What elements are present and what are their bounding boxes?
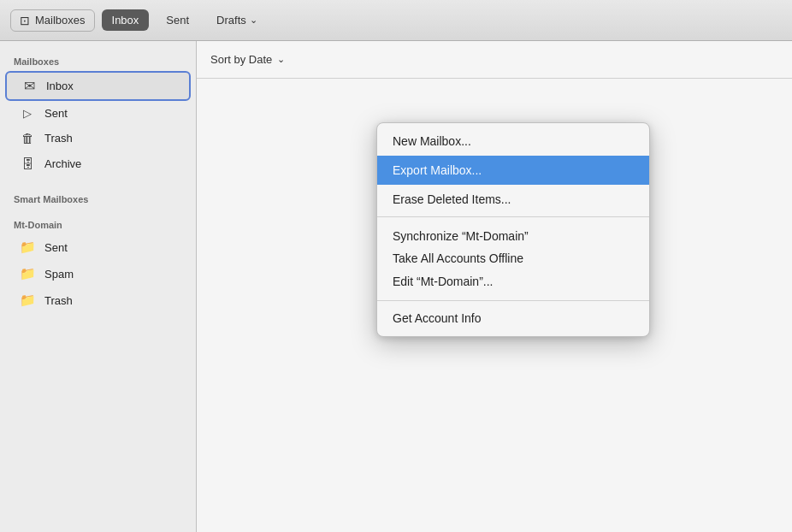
take-offline-label: Take All Accounts Offline [393,251,523,265]
context-menu-item-take-offline[interactable]: Take All Accounts Offline [393,247,634,269]
sidebar-mt-sent-label: Sent [44,241,68,254]
erase-deleted-label: Erase Deleted Items... [393,192,511,206]
mailboxes-label: Mailboxes [35,14,86,27]
new-mailbox-label: New Mailbox... [393,134,471,148]
sidebar-item-sent[interactable]: ▷ Sent [5,102,191,125]
inbox-tab-label: Inbox [112,14,139,27]
context-menu-item-export-mailbox[interactable]: Export Mailbox... [377,156,649,185]
context-menu-item-edit-mtdomain[interactable]: Edit “Mt-Domain”... [393,270,634,293]
mt-sent-folder-icon: 📁 [19,239,36,255]
export-mailbox-label: Export Mailbox... [393,163,482,177]
sidebar-item-trash[interactable]: 🗑 Trash [5,126,191,151]
mt-trash-folder-icon: 📁 [19,293,36,308]
drafts-tab-label: Drafts [216,14,246,27]
context-menu-group: Synchronize “Mt-Domain” Take All Account… [377,220,649,298]
inbox-tab[interactable]: Inbox [102,9,150,31]
edit-mtdomain-label: Edit “Mt-Domain”... [393,275,493,288]
get-account-info-label: Get Account Info [393,311,482,325]
sidebar-item-inbox[interactable]: ✉ Inbox [5,71,191,101]
sidebar-inbox-label: Inbox [46,80,74,92]
context-menu-item-new-mailbox[interactable]: New Mailbox... [377,127,649,156]
mailboxes-icon: ⊡ [20,14,30,27]
trash-icon: 🗑 [19,131,36,145]
sidebar-archive-label: Archive [44,157,81,170]
sort-by-date-button[interactable]: Sort by Date ⌄ [210,53,285,66]
mailboxes-section-label: Mailboxes [0,50,196,70]
sidebar-mt-spam-label: Spam [44,268,74,281]
sidebar-item-mt-spam[interactable]: 📁 Spam [5,261,191,287]
context-menu-item-erase-deleted[interactable]: Erase Deleted Items... [377,185,649,214]
main-layout: Mailboxes ✉ Inbox ▷ Sent 🗑 Trash 🗄 Archi… [0,41,792,532]
sidebar: Mailboxes ✉ Inbox ▷ Sent 🗑 Trash 🗄 Archi… [0,41,197,532]
sent-tab[interactable]: Sent [156,9,199,31]
sidebar-trash-label: Trash [44,132,73,145]
sidebar-mt-trash-label: Trash [44,294,73,307]
sent-tab-label: Sent [166,14,189,27]
drafts-tab[interactable]: Drafts ⌄ [206,9,268,31]
mt-domain-section-label: Mt-Domain [0,213,196,233]
context-menu-item-synchronize[interactable]: Synchronize “Mt-Domain” [393,225,634,247]
context-menu-separator-2 [377,300,649,301]
sort-chevron-icon: ⌄ [277,54,285,65]
inbox-icon: ✉ [21,78,38,94]
content-area: Sort by Date ⌄ New Mailbox... Export Mai… [197,41,792,532]
sent-icon: ▷ [19,107,36,120]
sidebar-item-mt-trash[interactable]: 📁 Trash [5,287,191,313]
context-menu-separator-1 [377,216,649,217]
drafts-chevron-icon: ⌄ [250,15,257,26]
context-menu: New Mailbox... Export Mailbox... Erase D… [376,122,650,337]
smart-mailboxes-section-label: Smart Mailboxes [0,187,196,208]
sort-label: Sort by Date [210,53,272,66]
toolbar: ⊡ Mailboxes Inbox Sent Drafts ⌄ [0,0,792,41]
content-header: Sort by Date ⌄ [197,41,792,79]
sidebar-item-mt-sent[interactable]: 📁 Sent [5,234,191,260]
mt-spam-folder-icon: 📁 [19,266,36,281]
sidebar-item-archive[interactable]: 🗄 Archive [5,151,191,176]
synchronize-label: Synchronize “Mt-Domain” [393,229,529,243]
context-menu-item-get-account-info[interactable]: Get Account Info [377,304,649,333]
sidebar-sent-label: Sent [44,107,68,120]
mailboxes-button[interactable]: ⊡ Mailboxes [10,9,95,32]
archive-icon: 🗄 [19,157,36,171]
